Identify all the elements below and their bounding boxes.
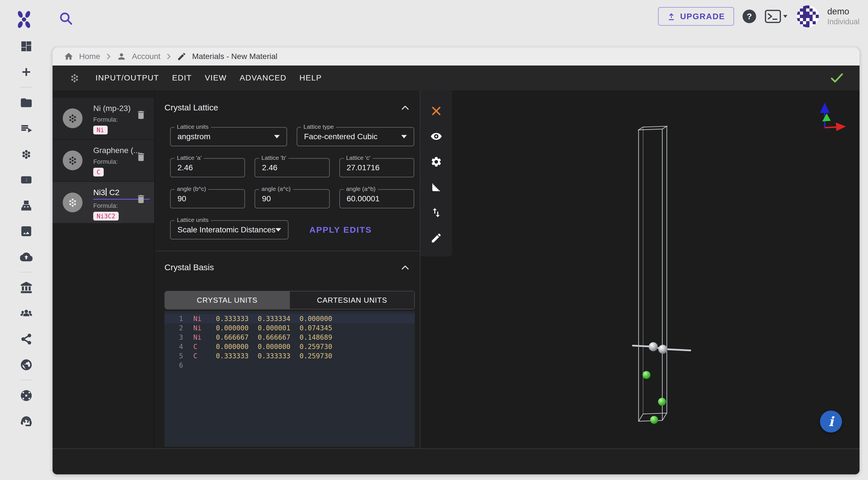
crystal-lattice-section: Crystal Lattice Lattice units angstrom L… bbox=[155, 90, 420, 251]
breadcrumb-account[interactable]: Account bbox=[132, 52, 160, 61]
settings-gear-icon[interactable] bbox=[430, 156, 442, 168]
materials-list-panel: Ni (mp-23) Formula: Ni Graphe bbox=[53, 90, 155, 448]
image-icon bbox=[20, 225, 32, 237]
edit-pencil-icon[interactable] bbox=[430, 232, 442, 244]
cloud-upload-icon bbox=[20, 251, 32, 263]
angle-bc-input[interactable]: angle (b^c) 90 bbox=[170, 189, 245, 208]
text-cursor bbox=[106, 188, 106, 196]
person-icon[interactable] bbox=[117, 52, 126, 61]
material-thumbnail bbox=[63, 150, 83, 170]
card-footer bbox=[53, 448, 860, 474]
terminal-icon bbox=[765, 9, 788, 24]
delete-material-icon[interactable] bbox=[135, 193, 146, 205]
console-menu-button[interactable] bbox=[765, 9, 788, 24]
basis-row[interactable]: 3Ni0.6666670.6666670.148689 bbox=[164, 333, 415, 342]
measure-square-icon[interactable] bbox=[430, 181, 442, 193]
basis-row[interactable]: 5C0.3333330.3333330.259730 bbox=[164, 351, 415, 361]
sidebar-item-dashboard[interactable] bbox=[0, 33, 53, 59]
sidebar-item-explore[interactable] bbox=[0, 352, 53, 378]
material-list-item-ni[interactable]: Ni (mp-23) Formula: Ni bbox=[53, 98, 154, 139]
basis-row[interactable]: 1Ni0.3333330.3333340.000000 bbox=[164, 314, 415, 323]
helm-wheel-icon bbox=[20, 389, 32, 402]
crystal-scene bbox=[421, 90, 860, 448]
user-avatar[interactable] bbox=[797, 5, 819, 27]
collapse-chevron-icon[interactable] bbox=[401, 105, 409, 110]
angle-ab-input[interactable]: angle (a^b) 60.00001 bbox=[339, 189, 414, 208]
sidebar-item-media[interactable] bbox=[0, 218, 53, 244]
structure-editor-panel: Crystal Lattice Lattice units angstrom L… bbox=[155, 90, 421, 448]
delete-material-icon[interactable] bbox=[135, 109, 146, 121]
basis-row[interactable]: 2Ni0.0000000.0000010.074345 bbox=[164, 323, 415, 333]
lattice-a-input[interactable]: Lattice 'a' 2.46 bbox=[170, 158, 245, 177]
identicon bbox=[797, 5, 819, 27]
upload-arrow-icon bbox=[667, 11, 676, 21]
formula-chip: Ni bbox=[93, 126, 107, 134]
lattice-scaling-select[interactable]: Lattice units Scale Interatomic Distance… bbox=[170, 220, 288, 239]
lattice-units-select[interactable]: Lattice units angstrom bbox=[170, 127, 287, 146]
sidebar-item-teams[interactable] bbox=[0, 301, 53, 326]
basis-row[interactable]: 6 bbox=[164, 361, 415, 370]
chevron-right-icon bbox=[166, 53, 171, 60]
menu-view[interactable]: VIEW bbox=[205, 73, 227, 82]
sidebar-item-workflows[interactable] bbox=[0, 193, 53, 218]
sidebar-item-share[interactable] bbox=[0, 326, 53, 352]
basis-code-editor[interactable]: 1Ni0.3333330.3333340.000000 2Ni0.0000000… bbox=[164, 311, 415, 447]
menu-help[interactable]: HELP bbox=[300, 73, 322, 82]
sidebar-item-clusters[interactable] bbox=[0, 383, 53, 408]
folder-icon bbox=[20, 97, 32, 109]
section-title: Crystal Lattice bbox=[164, 103, 218, 112]
save-check-icon[interactable] bbox=[830, 72, 844, 83]
lattice-c-input[interactable]: Lattice 'c' 27.01716 bbox=[339, 158, 414, 177]
tab-cartesian-units[interactable]: CARTESIAN UNITS bbox=[289, 292, 414, 309]
menu-advanced[interactable]: ADVANCED bbox=[240, 73, 286, 82]
sidebar-item-support[interactable] bbox=[0, 408, 53, 434]
breadcrumb-home[interactable]: Home bbox=[79, 52, 100, 61]
axes-gizmo bbox=[814, 101, 848, 134]
material-thumbnail bbox=[63, 193, 83, 212]
sidebar-item-entity-bank[interactable] bbox=[0, 275, 53, 301]
apply-edits-button[interactable]: APPLY EDITS bbox=[309, 225, 372, 235]
sidebar-item-projects[interactable] bbox=[0, 90, 53, 115]
app-logo-icon[interactable] bbox=[15, 10, 33, 29]
sidebar-item-materials[interactable] bbox=[0, 141, 53, 167]
home-icon[interactable] bbox=[64, 52, 73, 61]
bank-icon bbox=[20, 281, 32, 294]
angle-ac-input[interactable]: angle (a^c) 90 bbox=[255, 189, 330, 208]
basis-row[interactable]: 4C0.0000000.0000000.259730 bbox=[164, 342, 415, 351]
sidebar-divider bbox=[20, 380, 33, 380]
delete-material-icon[interactable] bbox=[135, 151, 146, 163]
material-list-item-graphene[interactable]: Graphene (... Formula: C bbox=[53, 140, 154, 181]
breadcrumb-current-page: Materials - New Material bbox=[192, 52, 277, 61]
share-icon bbox=[20, 333, 32, 345]
material-thumbnail bbox=[63, 108, 83, 128]
swap-vert-icon[interactable] bbox=[430, 207, 442, 218]
sidebar-item-uploads[interactable] bbox=[0, 244, 53, 270]
dropdown-caret-icon bbox=[401, 135, 407, 138]
tab-crystal-units[interactable]: CRYSTAL UNITS bbox=[165, 292, 289, 309]
user-name: demo bbox=[827, 6, 860, 17]
info-button[interactable]: i bbox=[820, 411, 842, 433]
visibility-eye-icon[interactable] bbox=[430, 131, 442, 142]
sidebar-item-jobs[interactable] bbox=[0, 115, 53, 141]
lattice-b-input[interactable]: Lattice 'b' 2.46 bbox=[255, 158, 330, 177]
sidebar-item-bank[interactable]: 1 bbox=[0, 167, 53, 193]
menu-edit[interactable]: EDIT bbox=[172, 73, 192, 82]
user-info[interactable]: demo Individual bbox=[827, 6, 860, 27]
sidebar-item-create-new[interactable] bbox=[0, 59, 53, 85]
atoms-thumb-icon bbox=[66, 112, 79, 125]
upgrade-label: UPGRADE bbox=[680, 12, 725, 21]
plus-icon bbox=[20, 66, 32, 78]
viewer-toolbar bbox=[421, 90, 452, 256]
three-d-viewer-canvas[interactable]: i bbox=[421, 90, 860, 448]
globe-icon bbox=[20, 358, 32, 371]
close-icon[interactable] bbox=[430, 105, 442, 117]
menu-input-output[interactable]: INPUT/OUTPUT bbox=[95, 73, 159, 82]
workspace-card: Home Account Materials - New Material IN… bbox=[53, 47, 860, 474]
collapse-chevron-icon[interactable] bbox=[401, 265, 409, 270]
headset-support-icon bbox=[20, 415, 32, 427]
help-icon[interactable]: ? bbox=[743, 10, 756, 23]
material-list-item-ni3c2[interactable]: Ni3 C2 Formula: Ni3C2 bbox=[53, 182, 154, 223]
lattice-type-select[interactable]: Lattice type Face-centered Cubic bbox=[297, 127, 414, 146]
upgrade-button[interactable]: UPGRADE bbox=[658, 7, 734, 26]
search-icon[interactable] bbox=[58, 11, 74, 27]
